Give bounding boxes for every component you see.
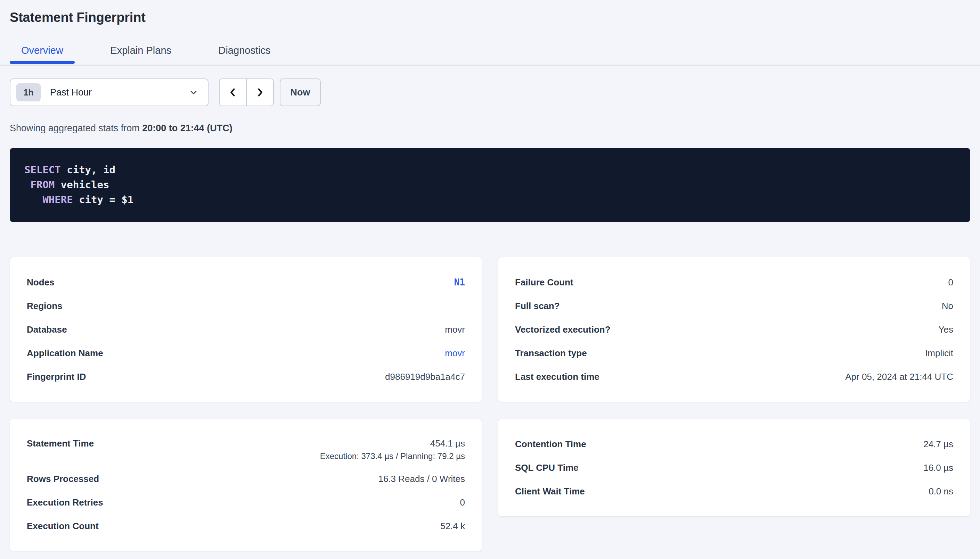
time-step-buttons <box>219 78 274 106</box>
row-value: Implicit <box>925 348 953 359</box>
row-value: 0 <box>948 277 953 288</box>
summary-row-regions: Regions <box>27 294 465 318</box>
sql-statement: SELECT city, id FROM vehicles WHERE city… <box>10 148 970 222</box>
tab-diagnostics-label: Diagnostics <box>218 45 270 56</box>
wait-time-stats-card: Contention Time 24.7 µs SQL CPU Time 16.… <box>498 419 970 517</box>
summary-row-nodes: Nodes N1 <box>27 270 465 294</box>
row-value: Apr 05, 2024 at 21:44 UTC <box>845 372 953 382</box>
summary-row-last-execution-time: Last execution time Apr 05, 2024 at 21:4… <box>515 365 953 389</box>
summary-cards-top: Nodes N1 Regions Database movr Applicati… <box>10 257 970 402</box>
row-value: 16.0 µs <box>924 463 953 473</box>
row-label: Regions <box>27 301 63 311</box>
previous-interval-button[interactable] <box>220 79 247 106</box>
row-value: 52.4 k <box>440 521 465 532</box>
sql-keyword: WHERE <box>42 194 73 205</box>
summary-row-application-name: Application Name movr <box>27 341 465 365</box>
summary-row-full-scan: Full scan? No <box>515 294 953 318</box>
summary-row-statement-time: Statement Time 454.1 µs Execution: 373.4… <box>27 432 465 467</box>
row-label: Full scan? <box>515 301 560 311</box>
execution-attributes-card: Failure Count 0 Full scan? No Vectorized… <box>498 257 970 402</box>
summary-row-vectorized: Vectorized execution? Yes <box>515 318 953 341</box>
summary-row-client-wait-time: Client Wait Time 0.0 ns <box>515 480 953 503</box>
page-title: Statement Fingerprint <box>10 0 970 25</box>
row-value: 454.1 µs <box>430 438 465 449</box>
summary-row-transaction-type: Transaction type Implicit <box>515 341 953 365</box>
summary-row-rows-processed: Rows Processed 16.3 Reads / 0 Writes <box>27 467 465 491</box>
row-label: Execution Retries <box>27 497 103 508</box>
row-label: SQL CPU Time <box>515 463 579 473</box>
summary-row-database: Database movr <box>27 318 465 341</box>
summary-row-failure-count: Failure Count 0 <box>515 270 953 294</box>
summary-row-sql-cpu-time: SQL CPU Time 16.0 µs <box>515 456 953 480</box>
row-label: Application Name <box>27 348 103 359</box>
summary-cards-bottom: Statement Time 454.1 µs Execution: 373.4… <box>10 419 970 551</box>
statement-stats-card: Statement Time 454.1 µs Execution: 373.4… <box>10 419 482 551</box>
row-label: Last execution time <box>515 372 599 382</box>
tab-overview-label: Overview <box>21 45 63 56</box>
summary-row-execution-count: Execution Count 52.4 k <box>27 514 465 538</box>
row-value: d986919d9ba1a4c7 <box>385 372 465 382</box>
aggregated-stats-caption: Showing aggregated stats from 20:00 to 2… <box>10 123 970 133</box>
tab-diagnostics[interactable]: Diagnostics <box>207 37 282 64</box>
time-range-dropdown[interactable]: 1h Past Hour <box>10 78 209 106</box>
row-label: Client Wait Time <box>515 486 585 497</box>
nodes-link[interactable]: N1 <box>454 277 465 288</box>
time-picker-row: 1h Past Hour <box>10 78 970 106</box>
row-label: Transaction type <box>515 348 587 359</box>
chevron-right-icon <box>254 87 265 98</box>
chevron-left-icon <box>227 87 239 98</box>
row-value: 0 <box>460 497 465 508</box>
row-label: Vectorized execution? <box>515 324 610 335</box>
row-value: 0.0 ns <box>929 486 953 497</box>
tabs-divider <box>0 64 980 66</box>
row-value: 24.7 µs <box>924 439 953 450</box>
sql-line: FROM vehicles <box>24 177 956 192</box>
tab-explain-plans-label: Explain Plans <box>110 45 171 56</box>
tab-overview[interactable]: Overview <box>10 37 75 64</box>
now-button[interactable]: Now <box>280 78 321 106</box>
row-value: movr <box>445 324 465 335</box>
sql-line: WHERE city = $1 <box>24 192 956 207</box>
statement-details-card: Nodes N1 Regions Database movr Applicati… <box>10 257 482 402</box>
row-label: Statement Time <box>27 438 94 449</box>
sql-keyword: SELECT <box>24 164 61 176</box>
summary-row-fingerprint-id: Fingerprint ID d986919d9ba1a4c7 <box>27 365 465 389</box>
row-label: Fingerprint ID <box>27 372 86 382</box>
summary-row-execution-retries: Execution Retries 0 <box>27 491 465 514</box>
tab-explain-plans[interactable]: Explain Plans <box>99 37 183 64</box>
tabs: Overview Explain Plans Diagnostics <box>0 37 980 67</box>
application-name-link[interactable]: movr <box>445 348 465 359</box>
row-label: Database <box>27 324 67 335</box>
active-tab-underline <box>10 61 75 64</box>
chevron-down-icon <box>189 88 199 97</box>
row-label: Nodes <box>27 277 54 288</box>
sql-keyword: FROM <box>30 179 55 190</box>
next-interval-button[interactable] <box>247 79 273 106</box>
aggregated-stats-range: 20:00 to 21:44 (UTC) <box>142 123 232 133</box>
row-value: 16.3 Reads / 0 Writes <box>378 474 465 485</box>
row-label: Rows Processed <box>27 474 99 485</box>
row-value: No <box>942 301 953 311</box>
row-label: Execution Count <box>27 521 99 532</box>
aggregated-stats-prefix: Showing aggregated stats from <box>10 123 142 133</box>
row-label: Failure Count <box>515 277 574 288</box>
time-range-badge: 1h <box>17 83 41 101</box>
sql-line: SELECT city, id <box>24 162 956 177</box>
row-value: Yes <box>939 324 953 335</box>
summary-row-contention-time: Contention Time 24.7 µs <box>515 432 953 456</box>
row-label: Contention Time <box>515 439 586 450</box>
time-range-label: Past Hour <box>50 87 92 98</box>
statement-time-breakdown: Execution: 373.4 µs / Planning: 79.2 µs <box>27 452 465 461</box>
